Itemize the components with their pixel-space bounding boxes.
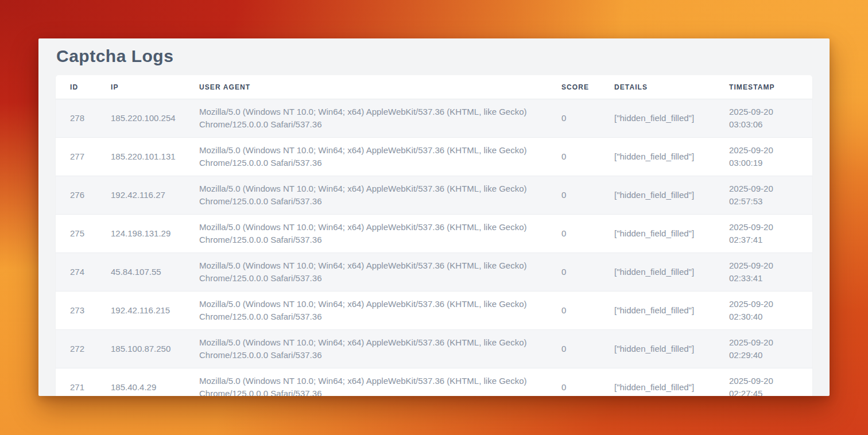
cell-timestamp: 2025-09-20 03:00:19 [729,138,812,176]
table-header-row: ID IP USER AGENT SCORE DETAILS TIMESTAMP [56,75,812,99]
cell-user-agent: Mozilla/5.0 (Windows NT 10.0; Win64; x64… [199,330,561,368]
cell-id: 274 [56,253,111,292]
cell-ip: 192.42.116.27 [111,176,199,215]
cell-score: 0 [561,368,614,397]
logs-table-container: ID IP USER AGENT SCORE DETAILS TIMESTAMP… [56,75,812,396]
cell-id: 276 [56,176,111,215]
cell-score: 0 [561,138,614,176]
table-row: 272 185.100.87.250 Mozilla/5.0 (Windows … [56,330,812,368]
cell-details: ["hidden_field_filled"] [614,215,729,253]
cell-id: 278 [56,99,111,138]
captcha-logs-panel: Captcha Logs ID IP USER AGENT SCORE DETA… [38,38,830,396]
table-row: 274 45.84.107.55 Mozilla/5.0 (Windows NT… [56,253,812,292]
cell-timestamp: 2025-09-20 02:57:53 [729,176,812,215]
cell-details: ["hidden_field_filled"] [614,99,729,138]
cell-score: 0 [561,330,614,368]
table-row: 278 185.220.100.254 Mozilla/5.0 (Windows… [56,99,812,138]
cell-id: 273 [56,292,111,330]
cell-score: 0 [561,99,614,138]
cell-details: ["hidden_field_filled"] [614,368,729,397]
cell-details: ["hidden_field_filled"] [614,330,729,368]
cell-id: 272 [56,330,111,368]
column-header-ip: IP [111,75,199,99]
cell-ip: 192.42.116.215 [111,292,199,330]
cell-timestamp: 2025-09-20 02:33:41 [729,253,812,292]
cell-id: 271 [56,368,111,397]
cell-user-agent: Mozilla/5.0 (Windows NT 10.0; Win64; x64… [199,368,561,397]
cell-ip: 185.40.4.29 [111,368,199,397]
column-header-user-agent: USER AGENT [199,75,561,99]
cell-user-agent: Mozilla/5.0 (Windows NT 10.0; Win64; x64… [199,176,561,215]
cell-score: 0 [561,215,614,253]
cell-timestamp: 2025-09-20 02:27:45 [729,368,812,397]
cell-details: ["hidden_field_filled"] [614,138,729,176]
cell-details: ["hidden_field_filled"] [614,176,729,215]
cell-id: 277 [56,138,111,176]
cell-user-agent: Mozilla/5.0 (Windows NT 10.0; Win64; x64… [199,99,561,138]
column-header-details: DETAILS [614,75,729,99]
table-row: 271 185.40.4.29 Mozilla/5.0 (Windows NT … [56,368,812,397]
cell-user-agent: Mozilla/5.0 (Windows NT 10.0; Win64; x64… [199,215,561,253]
table-body: 278 185.220.100.254 Mozilla/5.0 (Windows… [56,99,812,397]
cell-details: ["hidden_field_filled"] [614,292,729,330]
table-row: 273 192.42.116.215 Mozilla/5.0 (Windows … [56,292,812,330]
column-header-score: SCORE [561,75,614,99]
table-header: ID IP USER AGENT SCORE DETAILS TIMESTAMP [56,75,812,99]
column-header-timestamp: TIMESTAMP [729,75,812,99]
cell-timestamp: 2025-09-20 03:03:06 [729,99,812,138]
cell-timestamp: 2025-09-20 02:29:40 [729,330,812,368]
cell-ip: 124.198.131.29 [111,215,199,253]
cell-timestamp: 2025-09-20 02:37:41 [729,215,812,253]
cell-user-agent: Mozilla/5.0 (Windows NT 10.0; Win64; x64… [199,292,561,330]
cell-user-agent: Mozilla/5.0 (Windows NT 10.0; Win64; x64… [199,138,561,176]
table-row: 277 185.220.101.131 Mozilla/5.0 (Windows… [56,138,812,176]
cell-ip: 185.220.101.131 [111,138,199,176]
cell-score: 0 [561,292,614,330]
table-row: 275 124.198.131.29 Mozilla/5.0 (Windows … [56,215,812,253]
cell-score: 0 [561,253,614,292]
table-row: 276 192.42.116.27 Mozilla/5.0 (Windows N… [56,176,812,215]
logs-table: ID IP USER AGENT SCORE DETAILS TIMESTAMP… [56,75,812,396]
cell-timestamp: 2025-09-20 02:30:40 [729,292,812,330]
cell-user-agent: Mozilla/5.0 (Windows NT 10.0; Win64; x64… [199,253,561,292]
cell-ip: 45.84.107.55 [111,253,199,292]
cell-id: 275 [56,215,111,253]
page-title: Captcha Logs [56,46,812,66]
column-header-id: ID [56,75,111,99]
cell-ip: 185.220.100.254 [111,99,199,138]
cell-score: 0 [561,176,614,215]
cell-ip: 185.100.87.250 [111,330,199,368]
cell-details: ["hidden_field_filled"] [614,253,729,292]
